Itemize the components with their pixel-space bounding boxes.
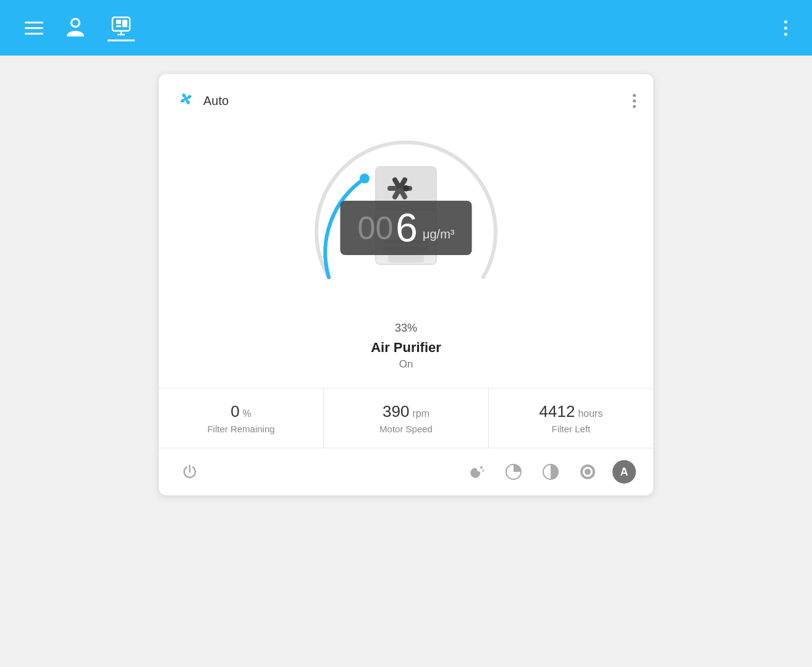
svg-point-8 — [184, 97, 188, 101]
filter-remaining-label: Filter Remaining — [207, 424, 274, 434]
device-status: On — [399, 358, 413, 371]
svg-point-9 — [360, 174, 370, 183]
bottom-controls: A — [159, 448, 653, 495]
hamburger-menu-button[interactable] — [25, 22, 43, 35]
svg-rect-5 — [122, 20, 127, 27]
filter-left-label: Filter Left — [552, 424, 591, 434]
gauge-section: 00 6 μg/m³ 33% Air Purifier On — [159, 123, 653, 388]
svg-point-10 — [480, 466, 483, 469]
percentage-label: 33% — [395, 322, 417, 335]
stats-row: 0 % Filter Remaining 390 rpm Motor Speed… — [159, 388, 653, 448]
sleep-mode-button[interactable] — [464, 459, 489, 484]
controls-right: A — [464, 459, 636, 484]
card-more-button[interactable] — [633, 94, 636, 108]
mode2-button[interactable] — [538, 459, 563, 484]
mode3-button[interactable] — [575, 459, 600, 484]
svg-rect-3 — [116, 20, 121, 24]
aqi-prev-value: 00 — [358, 209, 394, 246]
filter-left-number: 4412 — [539, 402, 575, 421]
nav-monitor-icon[interactable] — [108, 14, 135, 41]
device-card: Auto — [159, 74, 653, 495]
power-button[interactable] — [176, 458, 203, 485]
stat-motor-speed: 390 rpm Motor Speed — [324, 388, 489, 448]
svg-point-11 — [483, 470, 484, 472]
mode1-button[interactable] — [501, 459, 526, 484]
svg-rect-4 — [116, 25, 121, 27]
main-content: Auto — [0, 56, 812, 514]
top-bar — [0, 0, 812, 56]
stat-filter-left: 4412 hours Filter Left — [489, 388, 653, 448]
motor-speed-unit: rpm — [412, 408, 429, 419]
filter-remaining-unit: % — [243, 408, 252, 419]
aqi-main-value: 6 — [395, 208, 418, 248]
top-bar-more-button[interactable] — [784, 20, 787, 36]
stat-filter-remaining: 0 % Filter Remaining — [159, 388, 324, 448]
motor-speed-number: 390 — [383, 402, 409, 421]
mode-label: Auto — [203, 94, 229, 108]
motor-speed-label: Motor Speed — [379, 424, 433, 434]
gauge-container: 00 6 μg/m³ — [295, 129, 517, 314]
aqi-overlay: 00 6 μg/m³ — [340, 201, 472, 255]
svg-point-1 — [72, 20, 78, 26]
auto-mode-badge[interactable]: A — [612, 460, 636, 484]
filter-remaining-number: 0 — [230, 402, 239, 421]
nav-device-icon[interactable] — [62, 14, 89, 41]
card-header-left: Auto — [176, 89, 229, 113]
svg-point-16 — [585, 469, 591, 475]
filter-left-unit: hours — [578, 408, 603, 419]
fan-icon — [176, 89, 196, 113]
device-name: Air Purifier — [371, 340, 441, 356]
card-header: Auto — [159, 74, 653, 123]
top-bar-left — [25, 14, 135, 41]
aqi-unit: μg/m³ — [423, 227, 455, 241]
